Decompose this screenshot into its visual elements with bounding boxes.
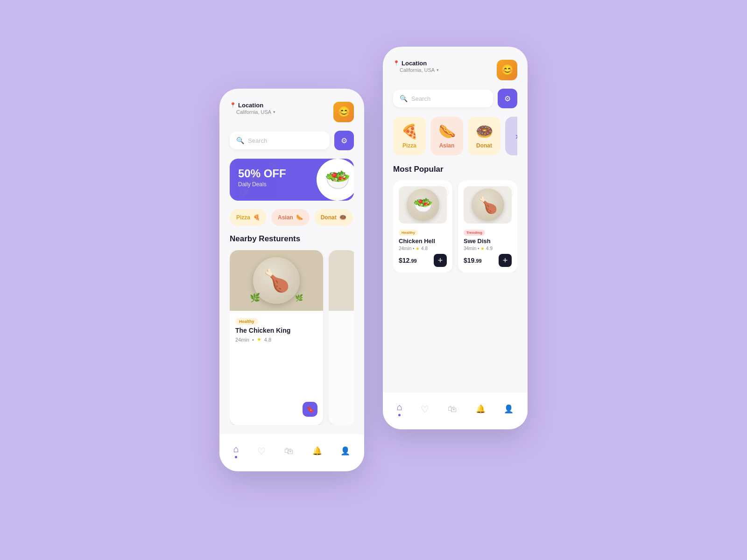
phone2-category-pizza[interactable]: 🍕 Pizza	[393, 117, 426, 155]
phone2-search-icon: 🔍	[400, 95, 408, 102]
asian-label: Asian	[278, 214, 293, 221]
restaurant-list: 🍗 🌿 🌿 Healthy The Chicken King 24min • ★	[230, 250, 354, 425]
location-city: California, USA	[236, 109, 271, 115]
popular-tag-1: Healthy	[399, 230, 418, 236]
category-chip-pizza[interactable]: Pizza 🍕	[230, 209, 267, 226]
popular-time-1: 24min	[399, 246, 411, 251]
phone2-header: 📍 Location California, USA ▾ 😊	[393, 60, 517, 80]
phone-2: 📍 Location California, USA ▾ 😊 🔍 Search …	[383, 47, 528, 429]
nav-favorites[interactable]: ♡	[253, 444, 270, 459]
chevron-down-icon: ▾	[273, 110, 275, 114]
phone2-asian-icon: 🌭	[438, 123, 456, 140]
promo-pattern: ☁ 🍕 🍔 🌮	[230, 159, 317, 201]
phone2-nav-profile[interactable]: 👤	[499, 402, 518, 416]
phone2-nav-favorites[interactable]: ♡	[416, 402, 434, 417]
phone2-pizza-icon: 🍕	[401, 123, 418, 140]
location-label: 📍 Location	[230, 102, 275, 109]
phone-1: 📍 Location California, USA ▾ 😊 🔍 Search …	[219, 89, 364, 471]
donat-icon: 🍩	[339, 214, 346, 221]
add-to-cart-button-2[interactable]: +	[499, 254, 512, 267]
search-input[interactable]: 🔍 Search	[230, 132, 330, 149]
nav-profile[interactable]: 👤	[336, 444, 355, 458]
phone2-bottom-nav: ⌂ ♡ 🛍 🔔 👤	[383, 392, 528, 429]
phone2-nav-notifications[interactable]: 🔔	[471, 402, 490, 416]
rating: 4.8	[264, 337, 271, 343]
phone2-chevron-down-icon: ▾	[437, 68, 439, 72]
phone1-header: 📍 Location California, USA ▾ 😊	[230, 102, 354, 122]
phone2-category-asian[interactable]: 🌭 Asian	[430, 117, 463, 155]
phone2-category-more[interactable]: ›	[505, 117, 517, 155]
phone2-active-indicator	[398, 414, 401, 416]
phone2-search-placeholder: Search	[411, 95, 430, 102]
bookmark-button[interactable]: 🔖	[303, 402, 317, 417]
popular-tag-2: Trending	[464, 230, 485, 236]
nav-home[interactable]: ⌂	[229, 442, 244, 460]
phone2-donat-icon: 🍩	[476, 123, 493, 140]
phone2-more-icon: ›	[515, 131, 517, 141]
popular-time-2: 34min	[464, 246, 476, 251]
pin-icon: 📍	[230, 102, 236, 108]
pizza-icon: 🍕	[253, 214, 260, 221]
nav-notifications[interactable]: 🔔	[308, 444, 327, 458]
phone2-search-bar: 🔍 Search ⚙	[393, 89, 517, 108]
popular-price-row-1: $12.99 +	[399, 254, 447, 267]
home-icon: ⌂	[233, 444, 239, 455]
restaurant-image: 🍗 🌿 🌿	[230, 250, 323, 311]
category-chip-asian[interactable]: Asian 🌭	[271, 209, 310, 226]
phone2-popular-title: Most Popular	[393, 165, 517, 174]
phone2-donat-label: Donat	[476, 142, 492, 149]
location-sub: California, USA ▾	[236, 109, 275, 115]
phone2-profile-icon: 👤	[504, 404, 514, 414]
add-to-cart-button-1[interactable]: +	[434, 254, 447, 267]
promo-dish-image: 🥗	[317, 159, 354, 201]
phone2-nav-home[interactable]: ⌂	[392, 400, 407, 418]
category-chip-donat[interactable]: Donat 🍩	[314, 209, 353, 226]
promo-banner[interactable]: ☁ 🍕 🍔 🌮 50% OFF Daily Deals 🥗	[230, 159, 354, 201]
phone2-bell-icon: 🔔	[476, 404, 486, 414]
phone2-location-label: 📍 Location	[393, 60, 439, 67]
restaurant-name: The Chicken King	[235, 327, 317, 334]
heart-icon: ♡	[257, 446, 266, 457]
search-placeholder: Search	[248, 137, 267, 144]
bell-icon: 🔔	[312, 446, 322, 456]
phone2-nav-orders[interactable]: 🛍	[443, 402, 462, 416]
phone2-filter-icon: ⚙	[504, 94, 511, 103]
restaurant-info-2	[329, 311, 354, 324]
restaurant-info: Healthy The Chicken King 24min • ★ 4.8	[230, 311, 323, 348]
filter-button[interactable]: ⚙	[334, 131, 354, 150]
popular-grid: ♡ 🥗 Healthy Chicken Hell 24min • ★ 4.8 $…	[393, 181, 517, 273]
donat-label: Donat	[321, 214, 337, 221]
restaurant-tag: Healthy	[235, 318, 258, 325]
phone2-category-donat[interactable]: 🍩 Donat	[468, 117, 500, 155]
popular-rating-1: 4.8	[421, 246, 428, 251]
popular-item-name-1: Chicken Hell	[399, 238, 447, 245]
phone2-location-title: Location	[402, 60, 427, 67]
popular-card-swe-dish[interactable]: ♡ 🍗 Trending Swe Dish 34min • ★ 4.9 $19.…	[458, 181, 517, 273]
phone2-heart-icon: ♡	[421, 404, 429, 415]
profile-icon: 👤	[340, 446, 350, 456]
bag-icon: 🛍	[284, 446, 294, 456]
search-bar: 🔍 Search ⚙	[230, 131, 354, 150]
restaurant-card-2[interactable]	[329, 250, 354, 425]
bookmark-icon: 🔖	[306, 406, 314, 413]
popular-item-image-2: 🍗	[464, 186, 512, 224]
popular-price-1: $12.99	[399, 257, 417, 264]
popular-rating-2: 4.9	[486, 246, 493, 251]
nav-orders[interactable]: 🛍	[280, 444, 298, 458]
popular-item-meta-2: 34min • ★ 4.9	[464, 246, 512, 251]
avatar[interactable]: 😊	[333, 102, 354, 122]
asian-icon: 🌭	[296, 214, 303, 221]
star-icon: ★	[257, 336, 261, 343]
avatar-image: 😊	[333, 102, 354, 122]
popular-star-2: ★	[480, 246, 485, 251]
popular-card-chicken-hell[interactable]: ♡ 🥗 Healthy Chicken Hell 24min • ★ 4.8 $…	[393, 181, 452, 273]
phone2-search-input[interactable]: 🔍 Search	[393, 90, 493, 107]
restaurant-meta: 24min • ★ 4.8	[235, 336, 317, 343]
dot-separator: •	[252, 337, 254, 343]
phone2-avatar[interactable]: 😊	[497, 60, 517, 80]
phone2-filter-button[interactable]: ⚙	[498, 89, 517, 108]
popular-star-1: ★	[416, 246, 420, 251]
popular-item-meta-1: 24min • ★ 4.8	[399, 246, 447, 251]
bottom-nav: ⌂ ♡ 🛍 🔔 👤	[219, 434, 364, 471]
restaurant-card-chicken-king[interactable]: 🍗 🌿 🌿 Healthy The Chicken King 24min • ★	[230, 250, 323, 425]
